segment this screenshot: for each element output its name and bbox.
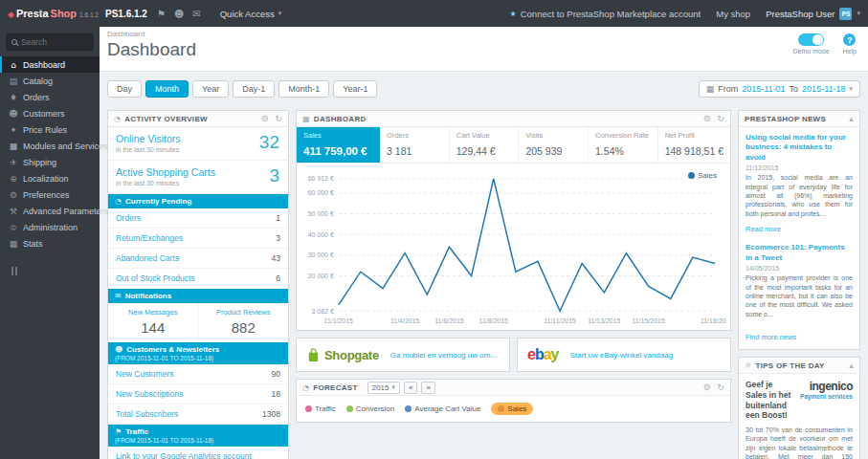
sidebar-item-orders[interactable]: ♦Orders <box>0 89 100 105</box>
gear-icon[interactable]: ⚙ <box>703 382 711 392</box>
activity-stat-active-shopping-carts: Active Shopping Cartsin the last 30 minu… <box>108 161 288 194</box>
prestashop-admin-dashboard: ◆ PrestaShop 1.6.1.2 PS1.6.1.2 ⚑☻✉ Quick… <box>0 0 868 459</box>
help-icon[interactable]: ? <box>843 33 856 46</box>
demo-mode-toggle[interactable] <box>798 33 824 46</box>
notification-label[interactable]: New Messages <box>110 308 196 317</box>
kpi-net-profit[interactable]: Net Profit148 918,51 € <box>658 127 730 163</box>
sidebar-item-price-rules[interactable]: ✦Price Rules <box>0 121 100 138</box>
tips-panel-title: TIPS OF THE DAY <box>755 361 824 370</box>
sidebar-item-customers[interactable]: ☻Customers <box>0 105 100 121</box>
kpi-value: 129,44 € <box>456 145 512 157</box>
activity-row-link[interactable]: Out of Stock Products <box>116 273 195 283</box>
forecast-clock-icon: ◔ <box>302 383 309 392</box>
activity-row-link[interactable]: Return/Exchanges <box>116 233 183 243</box>
activity-row-link[interactable]: Orders <box>116 213 141 223</box>
notification-label[interactable]: Product Reviews <box>201 308 287 317</box>
activity-row-link[interactable]: Total Subscribers <box>116 409 178 419</box>
svg-text:11/18/201: 11/18/201 <box>701 317 726 324</box>
sidebar-item-localization[interactable]: ⊕Localization <box>0 170 100 186</box>
gear-icon[interactable]: ⚙ <box>703 114 711 123</box>
advanced-parameters-icon: ⚒ <box>9 207 18 216</box>
refresh-icon[interactable]: ↻ <box>275 114 282 123</box>
news-article: Using social media for your business: 4 … <box>746 133 853 235</box>
activity-stat-label[interactable]: Active Shopping Carts <box>116 166 280 178</box>
customers-icon: ☻ <box>9 109 18 119</box>
envelope-icon[interactable]: ✉ <box>192 9 200 19</box>
sidebar-item-preferences[interactable]: ⚙Preferences <box>0 186 100 203</box>
forecast-legend-sales[interactable]: Sales <box>491 403 533 415</box>
sidebar-item-administration[interactable]: ♔Administration <box>0 219 100 235</box>
ebay-link[interactable]: Start uw eBay-winkel vandaag <box>570 351 674 360</box>
range-button-month[interactable]: Month <box>145 80 189 98</box>
refresh-icon[interactable]: ↻ <box>717 114 724 123</box>
find-more-news-link[interactable]: Find more news <box>746 333 796 341</box>
range-button-year-1[interactable]: Year-1 <box>333 80 377 98</box>
forecast-next-button[interactable]: » <box>421 382 434 394</box>
forecast-prev-button[interactable]: « <box>404 382 417 394</box>
search-icon <box>11 39 17 45</box>
collapse-panel-icon[interactable]: ▴ <box>849 114 854 123</box>
range-button-day[interactable]: Day <box>107 80 142 98</box>
cart-icon[interactable]: ⚑ <box>157 9 166 19</box>
gear-icon[interactable]: ⚙ <box>261 114 269 123</box>
activity-section-title: Customers & Newsletters <box>126 345 219 354</box>
activity-row-link[interactable]: Abandoned Carts <box>116 253 179 263</box>
sidebar-item-shipping[interactable]: ✈Shipping <box>0 154 100 170</box>
kpi-sales[interactable]: Sales411 759,00 € <box>297 127 380 163</box>
google-analytics-link[interactable]: Link to your Google Analytics account <box>116 451 252 459</box>
chart-legend[interactable]: Sales <box>688 171 717 180</box>
date-range-picker[interactable]: ▦ From 2015-11-01 To 2015-11-18 ▾ <box>699 80 860 98</box>
tips-bulb-icon: ☼ <box>745 361 751 370</box>
person-icon[interactable]: ☻ <box>174 9 184 19</box>
kpi-label: Orders <box>387 131 442 140</box>
activity-section-header-currently-pending: ◔Currently Pending <box>108 194 288 208</box>
range-button-month-1[interactable]: Month-1 <box>278 80 329 98</box>
refresh-icon[interactable]: ↻ <box>717 382 724 392</box>
activity-row-link[interactable]: New Subscriptions <box>116 389 183 399</box>
sidebar-item-label: Dashboard <box>23 60 65 70</box>
search-input[interactable] <box>21 37 88 47</box>
news-article-title[interactable]: Using social media for your business: 4 … <box>746 133 853 163</box>
sidebar-item-modules-and-services[interactable]: ■Modules and Services <box>0 138 100 154</box>
sidebar-item-advanced-parameters[interactable]: ⚒Advanced Parameters <box>0 203 100 219</box>
user-menu[interactable]: PrestaShop User PS ▾ <box>766 8 860 20</box>
forecast-year-select[interactable]: 2015 ▾ <box>367 382 400 394</box>
prestashop-logo[interactable]: ◆ PrestaShop 1.6.1.2 <box>0 8 100 19</box>
forecast-legend-traffic[interactable]: Traffic <box>305 404 336 413</box>
read-more-link[interactable]: Read more <box>746 225 781 233</box>
legend-dot <box>305 405 312 412</box>
kpi-conversion-rate[interactable]: Conversion Rate1.54% <box>589 127 658 163</box>
module-promos: Shopgate Ga mobiel en verhoog uw omzet e… <box>296 338 731 372</box>
activity-row-value: 18 <box>272 389 280 399</box>
home-icon: ⌂ <box>9 60 18 70</box>
news-article-title[interactable]: Ecommerce 101: Payments in a Tweet <box>746 243 853 263</box>
shop-name-link[interactable]: PS1.6.1.2 <box>105 9 147 19</box>
marketplace-link[interactable]: ★ Connect to PrestaShop Marketplace acco… <box>510 9 701 19</box>
forecast-legend-conversion[interactable]: Conversion <box>346 404 394 413</box>
shopgate-link[interactable]: Ga mobiel en verhoog uw omzet <box>390 351 500 360</box>
sidebar-item-dashboard[interactable]: ⌂Dashboard <box>0 56 100 73</box>
catalog-icon: ▤ <box>9 76 18 86</box>
kpi-cart-value[interactable]: Cart Value129,44 € <box>450 127 520 163</box>
topbar: ◆ PrestaShop 1.6.1.2 PS1.6.1.2 ⚑☻✉ Quick… <box>0 0 868 27</box>
forecast-legend-average-cart-value[interactable]: Average Cart Value <box>405 404 480 413</box>
range-button-day-1[interactable]: Day-1 <box>233 80 275 98</box>
activity-section-header-notifications: ✉Notifications <box>108 289 288 303</box>
sidebar-search[interactable] <box>6 33 94 51</box>
kpi-value: 411 759,00 € <box>303 145 372 157</box>
my-shop-link[interactable]: My shop <box>716 9 750 19</box>
collapse-menu-icon[interactable] <box>11 267 100 275</box>
notification-new-messages: New Messages144 <box>108 303 199 341</box>
quick-access-button[interactable]: Quick Access ▾ <box>212 6 290 22</box>
sidebar-item-catalog[interactable]: ▤Catalog <box>0 73 100 89</box>
sidebar-item-stats[interactable]: ▦Stats <box>0 235 100 251</box>
kpi-orders[interactable]: Orders3 181 <box>380 127 450 163</box>
activity-stat-label[interactable]: Online Visitors <box>116 133 280 144</box>
collapse-panel-icon[interactable]: ▴ <box>849 361 854 370</box>
range-button-year[interactable]: Year <box>192 80 229 98</box>
activity-panel-title: ACTIVITY OVERVIEW <box>124 115 208 123</box>
preferences-gear-icon: ⚙ <box>9 190 18 200</box>
kpi-visits[interactable]: Visits205 939 <box>519 127 589 163</box>
ebay-logo-letter: e <box>527 346 535 362</box>
activity-row-link[interactable]: New Customers <box>116 369 173 379</box>
